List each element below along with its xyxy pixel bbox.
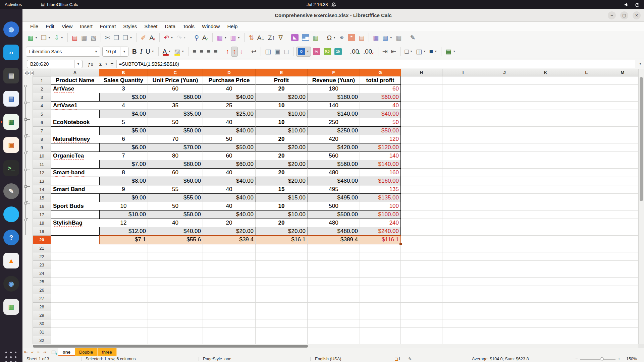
cell-A7[interactable] (51, 127, 99, 135)
cell-M11[interactable] (607, 160, 638, 169)
cell-B7[interactable]: $5.00 (99, 127, 148, 135)
cell-B31[interactable] (99, 328, 148, 336)
cell-I6[interactable] (442, 118, 484, 127)
cell-E29[interactable] (256, 311, 308, 319)
row-header-21[interactable]: 21 (33, 244, 51, 252)
insert-mode-indicator[interactable]: I (395, 356, 400, 362)
paste-button[interactable]: ❑▼ (121, 33, 134, 43)
cell-K21[interactable] (525, 244, 566, 252)
cell-I14[interactable] (442, 185, 484, 194)
cell-B23[interactable] (99, 261, 148, 269)
cell-J23[interactable] (484, 261, 525, 269)
border-color-dropdown-arrow[interactable]: ▼ (434, 50, 437, 53)
cell-J10[interactable] (484, 152, 525, 160)
cell-F14[interactable]: 495 (308, 185, 360, 194)
cell-C6[interactable]: 50 (148, 118, 203, 127)
row-header-32[interactable]: 32 (33, 336, 51, 344)
row-header-27[interactable]: 27 (33, 294, 51, 303)
cell-D22[interactable] (203, 252, 256, 261)
row-header-19[interactable]: 19 (33, 227, 51, 236)
calc-icon[interactable]: ▦ (3, 114, 19, 130)
cell-G9[interactable]: $120.00 (360, 143, 401, 152)
cell-A10[interactable]: OrganicTea (51, 152, 99, 160)
cell-E24[interactable] (256, 269, 308, 278)
cell-M31[interactable] (607, 328, 638, 336)
cell-I11[interactable] (442, 160, 484, 169)
cell-C28[interactable] (148, 303, 203, 311)
cell-M2[interactable] (607, 85, 638, 93)
find-replace-button[interactable]: ⚲ (193, 33, 200, 43)
cell-G2[interactable]: 60 (360, 85, 401, 93)
cell-C11[interactable]: $80.00 (148, 160, 203, 169)
font-color-button[interactable]: A▼ (161, 47, 172, 57)
help-icon[interactable]: ? (3, 230, 19, 245)
cell-K11[interactable] (525, 160, 566, 169)
horizontal-scrollbar[interactable] (22, 344, 644, 348)
insert-chart-button[interactable]: ▂▅ (301, 33, 311, 43)
cell-E2[interactable]: 20 (256, 85, 308, 93)
row-header-22[interactable]: 22 (33, 252, 51, 261)
cell-G12[interactable]: 160 (360, 169, 401, 177)
cell-C25[interactable] (148, 278, 203, 286)
row-header-14[interactable]: 14 (33, 185, 51, 194)
cell-F8[interactable]: 420 (308, 135, 360, 143)
cell-E9[interactable]: $20.00 (256, 143, 308, 152)
cell-B27[interactable] (99, 294, 148, 303)
sort-button[interactable]: ⇅ (247, 33, 255, 43)
cell-E22[interactable] (256, 252, 308, 261)
cell-H10[interactable] (401, 152, 442, 160)
cell-E27[interactable] (256, 294, 308, 303)
cell-E28[interactable] (256, 303, 308, 311)
cell-B3[interactable]: $3.00 (99, 93, 148, 102)
cell-G29[interactable] (360, 311, 401, 319)
cell-H31[interactable] (401, 328, 442, 336)
cell-B17[interactable]: $10.00 (99, 210, 148, 219)
cell-M30[interactable] (607, 319, 638, 328)
cell-H27[interactable] (401, 294, 442, 303)
cell-E4[interactable]: 10 (256, 102, 308, 110)
cell-M9[interactable] (607, 143, 638, 152)
row-header-20[interactable]: 20 (33, 236, 51, 244)
cell-M20[interactable] (607, 236, 638, 244)
expand-formula-bar-icon[interactable]: ▼ (639, 62, 642, 65)
outline-collapse-button[interactable] (24, 169, 27, 171)
cell-H14[interactable] (401, 185, 442, 194)
menu-styles[interactable]: Styles (119, 22, 141, 31)
cell-D4[interactable]: 25 (203, 102, 256, 110)
cell-E32[interactable] (256, 336, 308, 344)
cell-F9[interactable]: $420.00 (308, 143, 360, 152)
cell-H12[interactable] (401, 169, 442, 177)
cell-H25[interactable] (401, 278, 442, 286)
cell-C2[interactable]: 60 (148, 85, 203, 93)
cell-C5[interactable]: $35.00 (148, 110, 203, 118)
format-as-percent-button[interactable]: % (312, 47, 322, 57)
sheet-tab-Double[interactable]: Double (75, 348, 98, 356)
underline-dropdown-arrow[interactable]: ▼ (152, 50, 154, 53)
vlc-icon[interactable]: ▲ (3, 253, 19, 268)
cell-H29[interactable] (401, 311, 442, 319)
system-status-area[interactable] (624, 0, 640, 9)
outline-group-bracket[interactable] (25, 170, 30, 185)
font-name-combo[interactable]: Liberation Sans ▼ (26, 47, 100, 57)
cell-G8[interactable]: 120 (360, 135, 401, 143)
cell-J9[interactable] (484, 143, 525, 152)
cell-D28[interactable] (203, 303, 256, 311)
zoom-out-button[interactable]: − (575, 356, 578, 362)
cell-A14[interactable]: Smart Band (51, 185, 99, 194)
cell-D17[interactable]: $40.00 (203, 210, 256, 219)
cell-L7[interactable] (566, 127, 607, 135)
cell-J29[interactable] (484, 311, 525, 319)
cell-D6[interactable]: 40 (203, 118, 256, 127)
cell-L29[interactable] (566, 311, 607, 319)
cell-G22[interactable] (360, 252, 401, 261)
cell-H22[interactable] (401, 252, 442, 261)
format-as-date-button[interactable]: 15 (333, 47, 343, 57)
cell-J27[interactable] (484, 294, 525, 303)
cell-H24[interactable] (401, 269, 442, 278)
row-header-5[interactable]: 5 (33, 110, 51, 118)
cell-A3[interactable] (51, 93, 99, 102)
cell-I29[interactable] (442, 311, 484, 319)
cell-G26[interactable] (360, 286, 401, 294)
last-sheet-button[interactable]: ⇥ (43, 348, 46, 356)
cell-I13[interactable] (442, 177, 484, 185)
